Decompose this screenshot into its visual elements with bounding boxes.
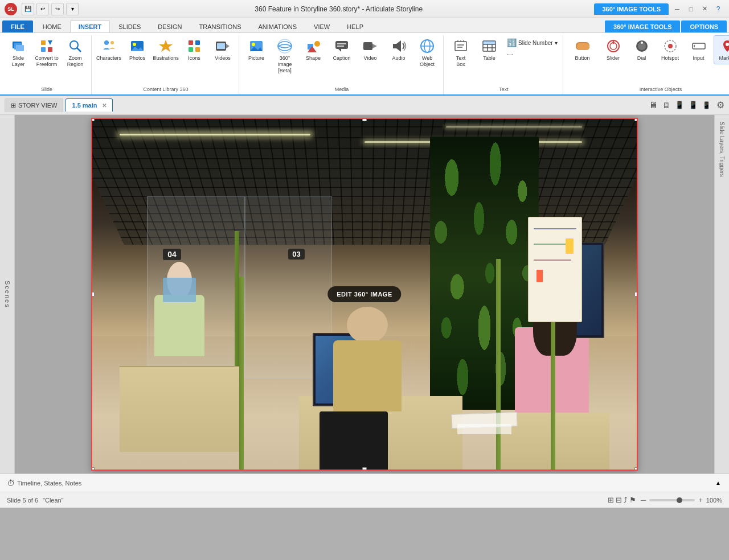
edit-360-button[interactable]: EDIT 360° IMAGE (327, 286, 401, 302)
quick-access-dropdown[interactable]: ▾ (66, 3, 79, 15)
handle-top-left[interactable] (92, 119, 95, 121)
audio-button[interactable]: Audio (385, 35, 412, 64)
characters-label: Characters (96, 55, 121, 61)
flag-icon[interactable]: ⚑ (629, 496, 636, 504)
convert-freeform-button[interactable]: Convert to Freeform (33, 35, 60, 71)
close-button[interactable]: ✕ (698, 3, 711, 15)
share-icon[interactable]: ⤴ (624, 496, 628, 504)
text-more-button[interactable]: ⋯ (504, 50, 560, 60)
tablet-landscape-icon[interactable]: 📱 (674, 100, 685, 110)
svg-marker-33 (338, 49, 341, 52)
ribbon-group-media: Picture 360° Image [Beta] Shape Caption (240, 35, 444, 94)
phone-icon[interactable]: 📱 (701, 100, 712, 110)
story-view-icon: ⊞ (11, 102, 16, 109)
characters-button[interactable]: Characters (95, 35, 122, 64)
input-button[interactable]: Input (685, 35, 712, 64)
close-tab-icon[interactable]: ✕ (102, 102, 107, 109)
slide-group-label: Slide (5, 85, 89, 92)
story-view-tab[interactable]: ⊞ STORY VIEW (5, 98, 63, 112)
handle-middle-left[interactable] (92, 292, 95, 297)
zoom-out-icon[interactable]: ─ (641, 496, 646, 504)
svg-marker-16 (159, 40, 173, 52)
illustrations-label: Illustrations (153, 55, 179, 61)
tab-view[interactable]: VIEW (305, 20, 338, 32)
audio-icon (391, 38, 407, 54)
handle-top-right[interactable] (634, 119, 637, 121)
tab-slides[interactable]: SLIDES (110, 20, 149, 32)
zoom-slider[interactable] (649, 499, 695, 501)
handle-bottom-right[interactable] (634, 467, 637, 470)
marker-button[interactable]: Marker (714, 35, 729, 64)
illustrations-button[interactable]: Illustrations (152, 35, 179, 64)
tab-options[interactable]: OPTIONS (681, 20, 727, 32)
photos-button[interactable]: Photos (124, 35, 151, 64)
zoom-in-icon[interactable]: + (698, 496, 703, 504)
handle-top-center[interactable] (362, 119, 367, 121)
main-slide-tab[interactable]: 1.5 main ✕ (65, 98, 112, 112)
undo-button[interactable]: ↩ (36, 3, 49, 15)
svg-point-25 (252, 43, 255, 46)
app-logo: SL (5, 3, 17, 15)
grid-view-icon[interactable]: ⊞ (608, 496, 614, 504)
view-bar: ⊞ STORY VIEW 1.5 main ✕ 🖥 🖥 📱 📱 📱 ⚙ (0, 96, 729, 115)
slide-layer-button[interactable]: Slide Layer (5, 35, 32, 71)
table-button[interactable]: Table (476, 35, 503, 64)
tab-insert[interactable]: INSERT (70, 20, 110, 32)
handle-bottom-center[interactable] (362, 467, 367, 470)
handle-middle-right[interactable] (634, 292, 637, 297)
svg-rect-32 (335, 41, 348, 49)
right-panel-label[interactable]: Slide Layers, Triggers (719, 120, 725, 179)
ribbon-group-slide: Slide Layer Convert to Freeform Zoom Reg… (2, 35, 92, 94)
svg-line-8 (77, 48, 81, 52)
timeline-label[interactable]: Timeline, States, Notes (17, 480, 81, 487)
zoom-region-label: Zoom Region (67, 55, 84, 68)
image360-button[interactable]: 360° Image [Beta] (271, 35, 298, 76)
slider-button[interactable]: Slider (600, 35, 627, 64)
svg-marker-37 (372, 44, 377, 48)
tab-help[interactable]: HELP (338, 20, 372, 32)
tab-360-image-tools[interactable]: 360° IMAGE TOOLS (605, 20, 681, 32)
zoom-region-button[interactable]: Zoom Region (62, 35, 89, 71)
dial-button[interactable]: Dial (628, 35, 656, 64)
slide-number-button[interactable]: 🔢 Slide Number ▾ (504, 36, 560, 49)
caption-button[interactable]: Caption (328, 35, 355, 64)
button-button[interactable]: Button (567, 35, 599, 64)
tab-design[interactable]: DESIGN (149, 20, 190, 32)
videos-button[interactable]: Videos (209, 35, 236, 64)
redo-button[interactable]: ↪ (51, 3, 64, 15)
ribbon-tabs: FILE HOME INSERT SLIDES DESIGN TRANSITIO… (0, 18, 729, 33)
textbox-button[interactable]: Text Box (447, 35, 474, 71)
handle-bottom-left[interactable] (92, 467, 95, 470)
dial-icon (634, 38, 650, 54)
icons-button[interactable]: Icons (181, 35, 208, 64)
save-button[interactable]: 💾 (22, 3, 34, 15)
tab-file[interactable]: FILE (2, 20, 33, 32)
shape-label: Shape (306, 55, 321, 61)
tab-transitions[interactable]: TRANSITIONS (191, 20, 250, 32)
slide-settings-icon[interactable]: ⚙ (716, 100, 724, 110)
help-button[interactable]: ? (712, 3, 724, 15)
illustrations-icon (158, 38, 174, 54)
tablet-portrait-icon[interactable]: 📱 (687, 100, 699, 110)
web-object-button[interactable]: Web Object (413, 35, 441, 71)
tab-animations[interactable]: ANIMATIONS (249, 20, 305, 32)
minimize-button[interactable]: ─ (671, 3, 683, 15)
hotspot-button[interactable]: Hotspot (657, 35, 684, 64)
shape-button[interactable]: Shape (300, 35, 327, 64)
desktop-large-icon[interactable]: 🖥 (648, 99, 659, 112)
tab-home[interactable]: HOME (34, 20, 70, 32)
shape-icon (305, 38, 321, 54)
slide-number-dropdown[interactable]: ▾ (555, 40, 558, 46)
restore-button[interactable]: □ (685, 3, 697, 15)
videos-label: Videos (215, 55, 230, 61)
table-icon (481, 38, 497, 54)
canvas-area[interactable]: 04 03 (15, 115, 714, 473)
slide-canvas: 04 03 (91, 118, 638, 471)
video-button[interactable]: Video (357, 35, 384, 64)
main-tab-label: 1.5 main (72, 102, 97, 109)
collapse-button[interactable]: ▲ (714, 479, 722, 487)
picture-button[interactable]: Picture (243, 35, 270, 64)
desktop-icon[interactable]: 🖥 (661, 100, 671, 111)
list-view-icon[interactable]: ⊟ (616, 496, 622, 504)
svg-point-27 (278, 42, 292, 51)
